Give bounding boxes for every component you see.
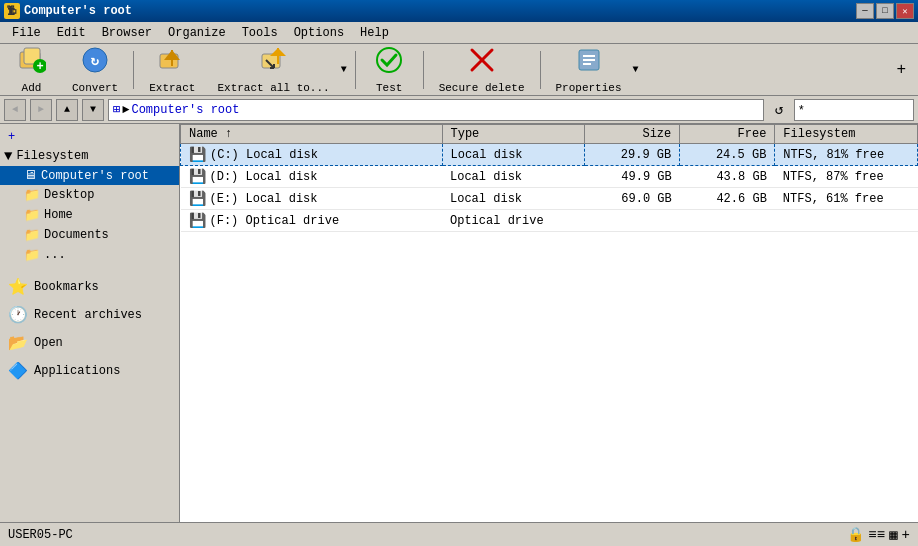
window-title: Computer's root — [24, 4, 856, 18]
sidebar-bookmarks[interactable]: ⭐ Bookmarks — [0, 273, 179, 301]
home-folder-icon: 📁 — [24, 207, 40, 223]
sidebar-documents-label: Documents — [44, 228, 109, 242]
sep-4 — [540, 51, 541, 89]
path-home[interactable]: ⊞ — [113, 102, 120, 117]
extract-button[interactable]: Extract — [140, 47, 204, 93]
properties-dropdown-arrow[interactable]: ▼ — [631, 47, 641, 93]
properties-group: Properties ▼ — [547, 47, 641, 93]
add-button[interactable]: + Add — [4, 47, 59, 93]
svg-text:+: + — [36, 60, 43, 74]
file-type-cell: Local disk — [442, 166, 585, 188]
convert-button[interactable]: ↻ Convert — [63, 47, 127, 93]
file-fs-cell: NTFS, 87% free — [775, 166, 918, 188]
extract-all-dropdown-arrow[interactable]: ▼ — [339, 47, 349, 93]
col-name[interactable]: Name ↑ — [181, 125, 443, 144]
menu-item-file[interactable]: File — [4, 24, 49, 42]
close-button[interactable]: ✕ — [896, 3, 914, 19]
status-computer-name: USER05-PC — [8, 528, 847, 542]
extract-all-button[interactable]: Extract all to... — [208, 47, 338, 93]
status-right-icons: 🔒 ≡≡ ▦ + — [847, 526, 910, 543]
convert-icon: ↻ — [81, 46, 109, 80]
table-row[interactable]: 💾(F:) Optical driveOptical drive — [181, 210, 918, 232]
properties-label: Properties — [556, 82, 622, 94]
file-name: (F:) Optical drive — [210, 214, 340, 228]
back-button[interactable]: ◄ — [4, 99, 26, 121]
file-table: Name ↑ Type Size Free Filesystem 💾(C:) L… — [180, 124, 918, 232]
sidebar-item-desktop[interactable]: 📁 Desktop — [0, 185, 179, 205]
sep-1 — [133, 51, 134, 89]
col-type[interactable]: Type — [442, 125, 585, 144]
file-name-cell: 💾(D:) Local disk — [181, 166, 443, 188]
sidebar-item-documents[interactable]: 📁 Documents — [0, 225, 179, 245]
file-type-cell: Local disk — [442, 188, 585, 210]
sidebar-item-computer-root[interactable]: 🖥 Computer's root — [0, 166, 179, 185]
sidebar-item-more[interactable]: 📁 ... — [0, 245, 179, 265]
col-free[interactable]: Free — [680, 125, 775, 144]
file-size-cell: 69.0 GB — [585, 188, 680, 210]
sidebar-recent-archives[interactable]: 🕐 Recent archives — [0, 301, 179, 329]
computer-icon: 🖥 — [24, 168, 37, 183]
disk-icon: 💾 — [189, 168, 206, 185]
file-size-cell: 49.9 GB — [585, 166, 680, 188]
file-free-cell — [680, 210, 775, 232]
menu-item-organize[interactable]: Organize — [160, 24, 234, 42]
minimize-button[interactable]: ─ — [856, 3, 874, 19]
title-bar: 🗜 Computer's root ─ □ ✕ — [0, 0, 918, 22]
file-name-cell: 💾(F:) Optical drive — [181, 210, 443, 232]
grid-view-icon[interactable]: ▦ — [889, 526, 897, 543]
sidebar-filesystem-label: Filesystem — [16, 149, 88, 163]
path-dropdown-button[interactable]: ▼ — [82, 99, 104, 121]
documents-folder-icon: 📁 — [24, 227, 40, 243]
test-label: Test — [376, 82, 402, 94]
sidebar-new-button[interactable]: + — [0, 128, 179, 146]
desktop-folder-icon: 📁 — [24, 187, 40, 203]
main-content: + ▼ Filesystem 🖥 Computer's root 📁 Deskt… — [0, 124, 918, 522]
file-free-cell: 42.6 GB — [680, 188, 775, 210]
menu-item-help[interactable]: Help — [352, 24, 397, 42]
sidebar-filesystem-header[interactable]: ▼ Filesystem — [0, 146, 179, 166]
file-name: (D:) Local disk — [210, 170, 318, 184]
secure-delete-button[interactable]: Secure delete — [430, 47, 534, 93]
add-panel-icon[interactable]: + — [902, 527, 910, 543]
forward-button[interactable]: ► — [30, 99, 52, 121]
path-sep-1: ► — [122, 103, 129, 117]
sidebar-home-label: Home — [44, 208, 73, 222]
up-button[interactable]: ▲ — [56, 99, 78, 121]
col-size[interactable]: Size — [585, 125, 680, 144]
table-row[interactable]: 💾(E:) Local diskLocal disk69.0 GB42.6 GB… — [181, 188, 918, 210]
search-input[interactable] — [794, 99, 914, 121]
address-path: ⊞ ► Computer's root — [108, 99, 764, 121]
sep-2 — [355, 51, 356, 89]
sidebar-computer-root-label: Computer's root — [41, 169, 149, 183]
add-label: Add — [22, 82, 42, 94]
test-button[interactable]: Test — [362, 47, 417, 93]
maximize-button[interactable]: □ — [876, 3, 894, 19]
extract-icon — [158, 46, 186, 80]
col-filesystem[interactable]: Filesystem — [775, 125, 918, 144]
more-folder-icon: 📁 — [24, 247, 40, 263]
menu-item-edit[interactable]: Edit — [49, 24, 94, 42]
sidebar-item-home[interactable]: 📁 Home — [0, 205, 179, 225]
path-computer-root[interactable]: Computer's root — [131, 103, 239, 117]
menu-item-browser[interactable]: Browser — [94, 24, 160, 42]
disk-icon: 💾 — [189, 190, 206, 207]
menu-item-tools[interactable]: Tools — [234, 24, 286, 42]
toolbar-plus-button[interactable]: + — [888, 57, 914, 83]
title-bar-buttons: ─ □ ✕ — [856, 3, 914, 19]
add-icon: + — [18, 46, 46, 80]
menu-item-options[interactable]: Options — [286, 24, 352, 42]
file-name-cell: 💾(E:) Local disk — [181, 188, 443, 210]
sidebar-open[interactable]: 📂 Open — [0, 329, 179, 357]
sidebar-desktop-label: Desktop — [44, 188, 94, 202]
secure-delete-icon — [468, 46, 496, 80]
lock-icon[interactable]: 🔒 — [847, 526, 864, 543]
status-bar: USER05-PC 🔒 ≡≡ ▦ + — [0, 522, 918, 546]
properties-button[interactable]: Properties — [547, 47, 631, 93]
sidebar-applications[interactable]: 🔷 Applications — [0, 357, 179, 385]
refresh-button[interactable]: ↺ — [768, 99, 790, 121]
table-row[interactable]: 💾(D:) Local diskLocal disk49.9 GB43.8 GB… — [181, 166, 918, 188]
list-view-icon[interactable]: ≡≡ — [868, 527, 885, 543]
table-row[interactable]: 💾(C:) Local diskLocal disk29.9 GB24.5 GB… — [181, 144, 918, 166]
filesystem-expand-icon: ▼ — [4, 148, 12, 164]
app-icon: 🗜 — [4, 3, 20, 19]
